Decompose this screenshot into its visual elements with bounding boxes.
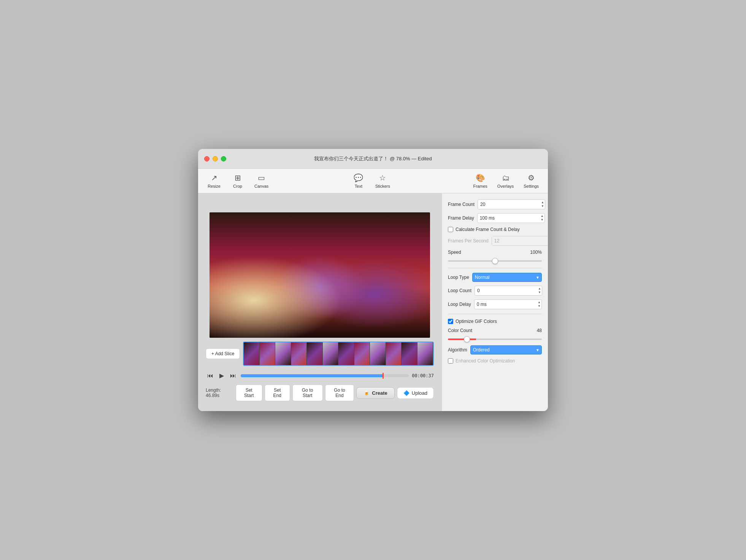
algorithm-select-wrapper: Ordered Floyd-Steinberg ▼: [470, 345, 542, 354]
speed-header: Speed 100%: [448, 250, 542, 255]
close-button[interactable]: [204, 156, 210, 161]
go-to-start-button[interactable]: Go to Start: [292, 384, 323, 401]
loop-delay-input[interactable]: [475, 300, 536, 309]
resize-icon: ↗: [211, 173, 217, 182]
canvas-label: Canvas: [254, 184, 268, 188]
set-start-button[interactable]: Set Start: [236, 384, 262, 401]
main-content: + Add Slice: [198, 193, 548, 411]
loop-count-decrement[interactable]: ▼: [537, 291, 542, 294]
optimize-label: Optimize GIF Colors: [456, 319, 497, 324]
toolbar-group-center: 💬 Text ☆ Stickers: [347, 171, 395, 191]
frame-count-decrement[interactable]: ▼: [540, 204, 545, 208]
film-frame: [244, 342, 259, 365]
loop-delay-label: Loop Delay: [448, 302, 471, 307]
film-frame: [275, 342, 291, 365]
canvas-area: + Add Slice: [198, 193, 441, 411]
loop-delay-stepper: ▲ ▼: [537, 301, 541, 308]
frame-delay-input[interactable]: [478, 214, 539, 223]
optimize-row: Optimize GIF Colors: [448, 319, 542, 324]
fps-label: Frames Per Second: [448, 238, 489, 244]
divider-1: [448, 268, 542, 268]
speed-label: Speed: [448, 250, 461, 255]
minimize-button[interactable]: [213, 156, 218, 161]
stickers-button[interactable]: ☆ Stickers: [371, 171, 395, 191]
upload-label: Upload: [412, 390, 427, 396]
play-button[interactable]: ▶: [218, 370, 225, 381]
traffic-lights: [204, 156, 226, 161]
frame-count-input[interactable]: [478, 200, 540, 209]
time-display: 00:00:37: [412, 373, 434, 378]
toolbar-group-right: 🎨 Frames 🗂 Overlays ⚙ Settings: [469, 171, 543, 191]
progress-fill: [241, 374, 384, 377]
canvas-button[interactable]: ▭ Canvas: [250, 171, 273, 191]
enhanced-label: Enhanced Color Optimization: [456, 358, 515, 364]
loop-type-row: Loop Type Normal Reverse Ping Pong ▼: [448, 273, 542, 282]
resize-button[interactable]: ↗ Resize: [203, 171, 225, 191]
go-to-end-button[interactable]: Go to End: [325, 384, 354, 401]
create-button[interactable]: 🍺 Create: [356, 387, 394, 399]
progress-bar[interactable]: [241, 374, 409, 377]
loop-count-increment[interactable]: ▲: [537, 287, 542, 291]
filmstrip-inner: [244, 342, 433, 365]
color-count-slider-container: [448, 335, 542, 342]
fps-input[interactable]: [492, 236, 548, 245]
frame-delay-increment[interactable]: ▲: [540, 214, 544, 218]
go-to-end-transport-button[interactable]: ⏭: [229, 371, 238, 381]
gear-icon: ⚙: [528, 173, 535, 182]
text-button[interactable]: 💬 Text: [347, 171, 370, 191]
bottom-controls: + Add Slice: [206, 338, 434, 403]
frame-count-label: Frame Count: [448, 202, 475, 207]
toolbar-group-left: ↗ Resize ⊞ Crop ▭ Canvas: [203, 171, 273, 191]
filmstrip[interactable]: [243, 342, 434, 366]
film-frame: [417, 342, 433, 365]
frame-delay-label: Frame Delay: [448, 215, 474, 221]
settings-label: Settings: [524, 184, 539, 188]
algorithm-select[interactable]: Ordered Floyd-Steinberg: [470, 345, 542, 354]
frames-label: Frames: [473, 184, 487, 188]
length-label: Length: 46.89s: [206, 388, 232, 398]
loop-type-label: Loop Type: [448, 275, 469, 280]
preview-image-inner: [210, 212, 430, 338]
fps-input-wrapper: ▲ ▼: [492, 236, 548, 246]
loop-type-select[interactable]: Normal Reverse Ping Pong: [472, 273, 542, 282]
crop-button[interactable]: ⊞ Crop: [226, 171, 249, 191]
loop-count-input[interactable]: [475, 286, 536, 295]
color-count-header: Color Count 48: [448, 328, 542, 333]
settings-button[interactable]: ⚙ Settings: [519, 171, 543, 191]
loop-delay-increment[interactable]: ▲: [537, 301, 541, 304]
enhanced-row: Enhanced Color Optimization: [448, 358, 542, 364]
calculate-checkbox[interactable]: [448, 227, 453, 232]
set-end-button[interactable]: Set End: [265, 384, 290, 401]
divider-2: [448, 314, 542, 314]
color-count-slider[interactable]: [448, 339, 542, 340]
color-count-row: Color Count 48: [448, 328, 542, 342]
transport-row: ⏮ ▶ ⏭ 00:00:37: [206, 369, 434, 382]
frame-count-row: Frame Count ▲ ▼: [448, 199, 542, 209]
speed-slider[interactable]: [448, 260, 542, 262]
frame-delay-input-wrapper: ▲ ▼: [477, 213, 545, 223]
film-frame: [386, 342, 402, 365]
frames-icon: 🎨: [476, 173, 485, 182]
frame-count-increment[interactable]: ▲: [540, 201, 545, 204]
upload-icon: 🔷: [403, 390, 410, 396]
loop-delay-decrement[interactable]: ▼: [537, 304, 541, 308]
crop-icon: ⊞: [235, 173, 241, 182]
action-row: Length: 46.89s Set Start Set End Go to S…: [206, 382, 434, 403]
frames-button[interactable]: 🎨 Frames: [469, 171, 492, 191]
overlays-button[interactable]: 🗂 Overlays: [493, 171, 518, 191]
window-title: 我宣布你们三个今天正式出道了！ @ 78.0% — Edited: [314, 155, 432, 162]
enhanced-checkbox[interactable]: [448, 358, 453, 364]
titlebar: 我宣布你们三个今天正式出道了！ @ 78.0% — Edited: [198, 149, 548, 169]
maximize-button[interactable]: [221, 156, 226, 161]
frame-delay-decrement[interactable]: ▼: [540, 218, 544, 222]
add-slice-button[interactable]: + Add Slice: [206, 348, 240, 359]
speed-row: Speed 100%: [448, 250, 542, 263]
overlays-label: Overlays: [497, 184, 514, 188]
right-panel: Frame Count ▲ ▼ Frame Delay ▲ ▼: [441, 193, 548, 411]
optimize-checkbox[interactable]: [448, 319, 453, 324]
film-frame: [307, 342, 322, 365]
go-to-start-transport-button[interactable]: ⏮: [206, 371, 215, 381]
upload-button[interactable]: 🔷 Upload: [397, 387, 434, 399]
frame-count-stepper: ▲ ▼: [540, 201, 545, 208]
calculate-row: Calculate Frame Count & Delay: [448, 227, 542, 232]
